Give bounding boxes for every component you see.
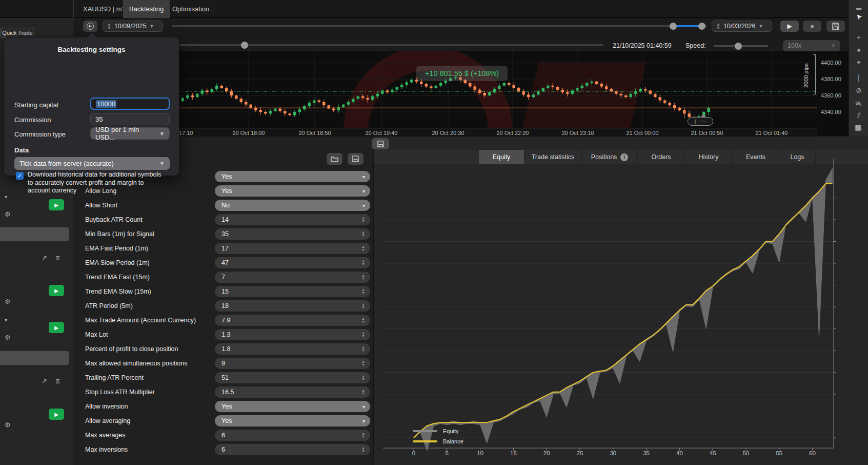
stepper-arrows-icon[interactable]: ▲▼ xyxy=(361,245,365,251)
ellipse-tool-icon[interactable]: ⊘ xyxy=(849,85,868,96)
stepper-arrows-icon[interactable]: ▲▼ xyxy=(361,389,365,395)
price-tick-label: 4380.00 xyxy=(821,76,841,82)
stepper-arrows-icon[interactable]: ▲▼ xyxy=(361,432,365,438)
price-chart[interactable] xyxy=(159,51,817,128)
stepper-arrows-icon[interactable]: ▲▼ xyxy=(361,332,365,338)
parameter-stepper[interactable]: 18▲▼ xyxy=(215,300,370,312)
parameter-value: 47 xyxy=(221,259,229,266)
cursor-tool-icon[interactable]: ➤ xyxy=(849,11,868,23)
parameter-stepper[interactable]: 9▲▼ xyxy=(215,358,370,369)
commission-type-select[interactable]: USD per 1 mln USD... ▼ xyxy=(90,127,170,140)
gear-icon[interactable]: ⚙ xyxy=(5,421,11,429)
share-icon[interactable]: ↗ xyxy=(42,254,47,262)
backtesting-settings-button[interactable]: ▶ xyxy=(83,21,97,32)
end-date-picker[interactable]: ▲▼ 10/03/2026 ▼ xyxy=(712,21,772,32)
starting-capital-input[interactable]: 10000 xyxy=(90,98,170,110)
progress-handle[interactable] xyxy=(241,42,248,49)
date-stepper-icon[interactable]: ▲▼ xyxy=(716,23,720,30)
stop-backtest-button[interactable]: ■ xyxy=(803,21,821,32)
parameter-stepper[interactable]: 16.5▲▼ xyxy=(215,386,370,398)
stepper-arrows-icon[interactable]: ▲▼ xyxy=(361,260,365,266)
parameter-stepper[interactable]: 7.9▲▼ xyxy=(215,315,370,326)
parameter-stepper[interactable]: 47▲▼ xyxy=(215,257,370,268)
chevron-down-icon[interactable]: ▾ xyxy=(5,317,7,323)
parameter-stepper[interactable]: 1.8▲▼ xyxy=(215,343,370,355)
trend-channel-tool-icon[interactable]: ⫽ xyxy=(849,109,868,121)
parameter-dropdown[interactable]: Yes▾ xyxy=(215,401,370,412)
parameter-row: Max Lot1.3▲▼ xyxy=(74,329,373,341)
price-axis[interactable]: 4400.004380.004360.004340.00 4344.80 xyxy=(817,51,849,136)
gear-icon[interactable]: ⚙ xyxy=(5,210,11,218)
parameter-dropdown[interactable]: Yes▾ xyxy=(215,415,370,427)
quick-trade-button[interactable]: Quick Trade xyxy=(1,28,34,38)
parameter-label: Stop Loss ATR Multiplier xyxy=(85,389,155,396)
parameter-dropdown[interactable]: No▾ xyxy=(215,200,370,211)
date-stepper-icon[interactable]: ▲▼ xyxy=(107,23,111,30)
history-clock-icon[interactable]: ⧖ xyxy=(55,377,60,385)
history-clock-icon[interactable]: ⧖ xyxy=(55,254,60,262)
play-icon: ▶ xyxy=(787,23,792,30)
parameter-label: Buyback ATR Count xyxy=(85,216,143,223)
parameter-stepper[interactable]: 15▲▼ xyxy=(215,286,370,297)
speed-handle[interactable] xyxy=(735,43,742,50)
parameter-value: 7.9 xyxy=(221,317,230,324)
bot-list-item[interactable] xyxy=(0,351,69,365)
time-axis[interactable]: 20 Oct 17:1020 Oct 18:0020 Oct 18:5020 O… xyxy=(159,128,817,137)
equity-x-tick-label: 45 xyxy=(710,450,716,456)
run-bot-button[interactable]: ▶ xyxy=(49,322,64,333)
parameter-dropdown[interactable]: Yes▾ xyxy=(215,185,370,197)
parameter-stepper[interactable]: 51▲▼ xyxy=(215,372,370,383)
share-icon[interactable]: ↗ xyxy=(42,377,47,385)
parameter-stepper[interactable]: 14▲▼ xyxy=(215,214,370,225)
parameter-stepper[interactable]: 7▲▼ xyxy=(215,272,370,283)
run-bot-button[interactable]: ▶ xyxy=(49,409,64,420)
profit-badge: +10 801.55 $ (+108%) xyxy=(416,66,508,81)
parameter-stepper[interactable]: 6▲▼ xyxy=(215,430,370,441)
flash-tool-icon[interactable]: ✦ xyxy=(849,45,868,56)
run-bot-button[interactable]: ▶ xyxy=(49,285,64,296)
stop-icon: ■ xyxy=(811,23,814,29)
data-source-select[interactable]: Tick data from server (accurate) ▼ xyxy=(14,157,170,170)
stepper-arrows-icon[interactable]: ▲▼ xyxy=(361,288,365,295)
bot-list-item[interactable] xyxy=(0,227,69,241)
parameter-stepper[interactable]: 35▲▼ xyxy=(215,228,370,240)
crosshair-tool-icon[interactable]: + xyxy=(849,32,868,43)
tab-optimisation[interactable]: Optimisation xyxy=(166,0,215,18)
parameter-value: 16.5 xyxy=(221,389,234,396)
export-results-button[interactable] xyxy=(372,138,389,149)
download-data-checkbox[interactable]: ✓ xyxy=(16,172,24,180)
parameter-stepper[interactable]: 1.3▲▼ xyxy=(215,329,370,340)
stepper-arrows-icon[interactable]: ▲▼ xyxy=(361,375,365,381)
run-bot-button[interactable]: ▶ xyxy=(49,199,64,210)
elliott-wave-tool-icon[interactable]: ≋E xyxy=(849,98,868,109)
start-date-picker[interactable]: ▲▼ 10/09/2025 ▼ xyxy=(103,21,163,32)
speed-select[interactable]: 100x ▼ xyxy=(783,40,840,51)
stepper-arrows-icon[interactable]: ▲▼ xyxy=(361,274,365,280)
stepper-arrows-icon[interactable]: ▲▼ xyxy=(361,360,365,366)
stepper-arrows-icon[interactable]: ▲▼ xyxy=(361,317,365,323)
time-tick-label: 20 Oct 22:20 xyxy=(497,130,529,136)
gear-icon[interactable]: ⚙ xyxy=(5,334,11,341)
stepper-arrows-icon[interactable]: ▲▼ xyxy=(361,217,365,223)
play-backtest-button[interactable]: ▶ xyxy=(780,21,799,32)
tab-backtesting[interactable]: Backtesting xyxy=(123,0,170,18)
save-report-button[interactable] xyxy=(826,21,845,32)
backtest-range-slider[interactable] xyxy=(172,25,707,27)
fibonacci-grid-tool-icon[interactable]: ▦F xyxy=(849,122,868,133)
range-start-handle[interactable] xyxy=(670,23,677,30)
gear-icon[interactable]: ⚙ xyxy=(5,298,11,305)
backtest-progress-slider[interactable] xyxy=(172,44,603,46)
range-end-handle[interactable] xyxy=(698,23,705,30)
parameter-stepper[interactable]: 17▲▼ xyxy=(215,243,370,254)
stepper-arrows-icon[interactable]: ▲▼ xyxy=(361,303,365,309)
chevron-down-icon[interactable]: ▾ xyxy=(5,194,7,200)
commission-input[interactable]: 35 xyxy=(90,113,170,125)
vertical-line-tool-icon[interactable]: ❘ xyxy=(849,72,868,83)
stepper-arrows-icon[interactable]: ▲▼ xyxy=(361,447,365,453)
open-parameters-button[interactable] xyxy=(327,153,342,165)
stepper-arrows-icon[interactable]: ▲▼ xyxy=(361,346,365,352)
parameter-dropdown[interactable]: Yes▾ xyxy=(215,171,370,182)
stepper-arrows-icon[interactable]: ▲▼ xyxy=(361,231,365,237)
parameter-stepper[interactable]: 6▲▼ xyxy=(215,444,370,455)
save-parameters-button[interactable] xyxy=(348,153,364,165)
